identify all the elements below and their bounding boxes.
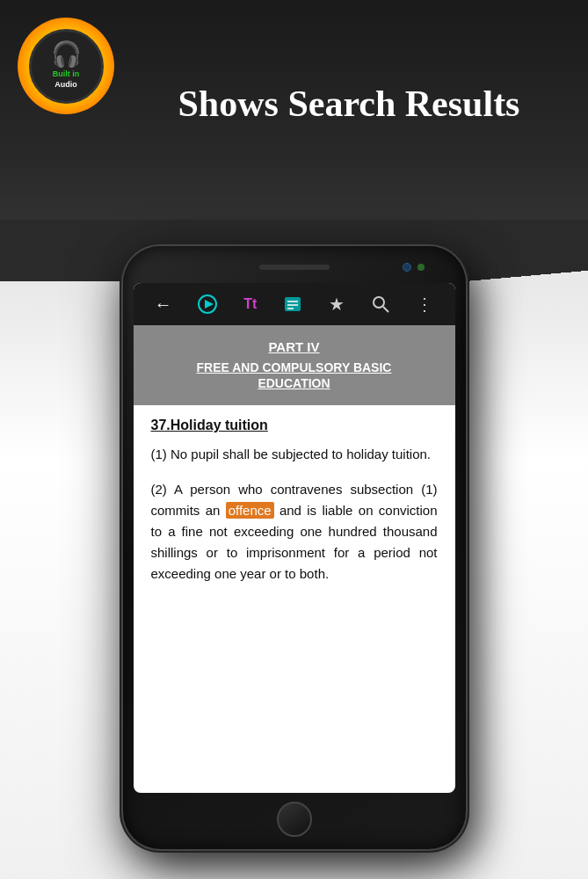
phone-top bbox=[134, 258, 455, 276]
phone-camera bbox=[403, 263, 411, 272]
svg-marker-1 bbox=[205, 300, 214, 309]
phone-container: ← Tt ★ bbox=[123, 246, 466, 849]
toolbar: ← Tt ★ bbox=[134, 283, 455, 325]
headphone-icon: 🎧 bbox=[51, 42, 82, 67]
paragraph-1: (1) No pupil shall be subjected to holid… bbox=[151, 444, 438, 465]
search-button[interactable] bbox=[364, 291, 397, 317]
phone-light bbox=[417, 264, 425, 271]
highlight-offence: offence bbox=[226, 502, 274, 519]
phone-screen: ← Tt ★ bbox=[134, 283, 455, 793]
part-label: PART IV bbox=[151, 339, 438, 354]
phone-outer: ← Tt ★ bbox=[123, 246, 466, 849]
content-area: PART IV FREE AND COMPULSORY BASIC EDUCAT… bbox=[134, 325, 455, 611]
part-subtitle: FREE AND COMPULSORY BASIC EDUCATION bbox=[151, 360, 438, 391]
part-header: PART IV FREE AND COMPULSORY BASIC EDUCAT… bbox=[134, 325, 455, 405]
title-section: Shows Search Results bbox=[127, 84, 570, 124]
font-size-button[interactable]: Tt bbox=[236, 293, 264, 316]
notes-button[interactable] bbox=[276, 291, 309, 317]
main-title: Shows Search Results bbox=[127, 84, 570, 124]
bookmark-button[interactable]: ★ bbox=[322, 290, 352, 318]
article-heading: 37.Holiday tuition bbox=[151, 418, 438, 433]
audio-badge: 🎧 Built in Audio bbox=[18, 18, 114, 114]
home-button[interactable] bbox=[277, 802, 312, 837]
back-button[interactable]: ← bbox=[148, 291, 179, 318]
more-menu-button[interactable]: ⋮ bbox=[409, 290, 440, 318]
audio-badge-text: Built in Audio bbox=[53, 69, 80, 90]
svg-point-6 bbox=[374, 297, 384, 308]
phone-bottom bbox=[134, 802, 455, 837]
play-button[interactable] bbox=[191, 291, 224, 317]
phone-speaker bbox=[259, 265, 330, 270]
audio-badge-inner: 🎧 Built in Audio bbox=[29, 29, 104, 104]
svg-line-7 bbox=[383, 307, 388, 312]
paragraph-2: (2) A person who contravenes subsection … bbox=[151, 479, 438, 585]
article-content: 37.Holiday tuition (1) No pupil shall be… bbox=[134, 405, 455, 611]
